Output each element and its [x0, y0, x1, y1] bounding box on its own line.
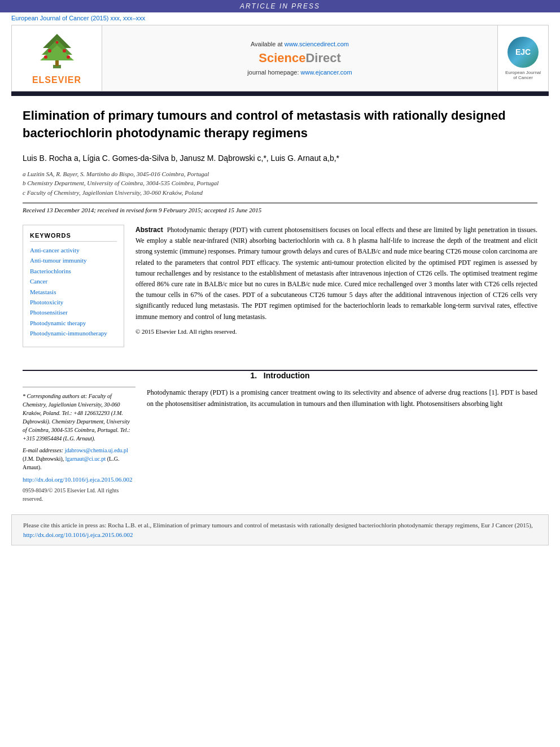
footnote-column: * Corresponding authors at: Faculty of C…: [23, 387, 135, 504]
authors-text: Luis B. Rocha a, Lígia C. Gomes-da-Silva…: [23, 154, 339, 163]
journal-title: European Journal of Cancer (2015) xxx, x…: [11, 15, 549, 21]
abstract-column: Abstract Photodynamic therapy (PDT) with…: [135, 225, 537, 347]
header-content-box: ELSEVIER Available at www.sciencedirect.…: [11, 25, 549, 91]
section-header: 1. Introduction: [23, 371, 537, 380]
email-note: E-mail addresses: jdabrows@chemia.uj.edu…: [23, 446, 135, 471]
affiliations: a Luzitin SA, R. Bayer, S. Martinho do B…: [23, 169, 537, 198]
email-label: E-mail addresses:: [23, 447, 63, 453]
keyword-9: Photodynamic-immunotherapy: [30, 329, 117, 338]
keyword-6: Phototoxicity: [30, 298, 117, 307]
email2-link[interactable]: lgarnaut@ci.uc.pt: [65, 456, 106, 462]
introduction-section: 1. Introduction * Corresponding authors …: [0, 371, 560, 504]
intro-paragraph: Photodynamic therapy (PDT) is a promisin…: [147, 387, 537, 410]
svg-point-5: [48, 49, 51, 53]
article-in-press-banner: ARTICLE IN PRESS: [0, 0, 560, 12]
black-divider-bar: [11, 91, 549, 96]
keywords-abstract-section: KEYWORDS Anti-cancer activity Anti-tumou…: [23, 225, 537, 347]
doi-link[interactable]: http://dx.doi.org/10.1016/j.ejca.2015.06…: [23, 475, 135, 484]
sciencedirect-logo: ScienceDirect: [259, 51, 341, 65]
article-content: Elimination of primary tumours and contr…: [0, 96, 560, 370]
svg-point-6: [63, 49, 66, 53]
keyword-1: Anti-cancer activity: [30, 246, 117, 255]
keyword-3: Bacteriochlorins: [30, 267, 117, 276]
section-title: Introduction: [264, 371, 310, 380]
corresponding-note-text: * Corresponding authors at: Faculty of C…: [23, 393, 130, 442]
affiliation-b: b Chemistry Department, University of Co…: [23, 178, 537, 188]
section-number: 1.: [250, 371, 257, 380]
elsevier-logo: ELSEVIER: [32, 31, 82, 85]
keywords-column: KEYWORDS Anti-cancer activity Anti-tumou…: [23, 225, 124, 347]
received-line: Received 13 December 2014; received in r…: [23, 203, 537, 213]
keyword-2: Anti-tumour immunity: [30, 256, 117, 265]
svg-point-8: [67, 55, 70, 59]
copyright-line: © 2015 Elsevier Ltd. All rights reserved…: [135, 327, 537, 337]
journal-homepage-text: journal homepage: www.ejcancer.com: [247, 69, 352, 76]
ejc-label: EJC: [515, 47, 531, 56]
elsevier-logo-section: ELSEVIER: [12, 25, 102, 91]
banner-text: ARTICLE IN PRESS: [240, 2, 320, 10]
issn-line: 0959-8049/© 2015 Elsevier Ltd. All right…: [23, 486, 135, 503]
keyword-4: Cancer: [30, 277, 117, 286]
abstract-body: Photodynamic therapy (PDT) with current …: [135, 226, 537, 321]
ejc-logo: EJC European Journalof Cancer: [505, 37, 541, 80]
available-at-text: Available at www.sciencedirect.com: [251, 41, 349, 47]
keyword-7: Photosensitiser: [30, 308, 117, 317]
keywords-title: KEYWORDS: [30, 232, 117, 242]
elsevier-text: ELSEVIER: [32, 75, 82, 85]
intro-text-column: Photodynamic therapy (PDT) is a promisin…: [147, 387, 537, 410]
citation-doi-link[interactable]: http://dx.doi.org/10.1016/j.ejca.2015.06…: [23, 531, 133, 538]
abstract-label: Abstract: [135, 226, 163, 234]
authors-line: Luis B. Rocha a, Lígia C. Gomes-da-Silva…: [23, 154, 537, 163]
sciencedirect-link[interactable]: www.sciencedirect.com: [285, 41, 349, 47]
citation-bar: Please cite this article in press as: Ro…: [11, 514, 549, 545]
ejc-subtitle: European Journalof Cancer: [505, 70, 541, 80]
ejc-circle-icon: EJC: [508, 37, 539, 68]
intro-two-col: * Corresponding authors at: Faculty of C…: [23, 387, 537, 504]
affiliation-a: a Luzitin SA, R. Bayer, S. Martinho do B…: [23, 169, 537, 179]
corresponding-note: * Corresponding authors at: Faculty of C…: [23, 392, 135, 443]
journal-header: European Journal of Cancer (2015) xxx, x…: [0, 12, 560, 25]
ejc-logo-section: EJC European Journalof Cancer: [497, 25, 548, 91]
email1-name: (J.M. Dąbrowski),: [23, 456, 64, 462]
ejcancer-link[interactable]: www.ejcancer.com: [301, 69, 352, 76]
keyword-8: Photodynamic therapy: [30, 319, 117, 327]
elsevier-tree-icon: [32, 31, 82, 71]
citation-text: Please cite this article in press as: Ro…: [23, 522, 533, 528]
article-title: Elimination of primary tumours and contr…: [23, 107, 537, 142]
header-middle-section: Available at www.sciencedirect.com Scien…: [102, 25, 497, 91]
svg-point-7: [44, 55, 47, 59]
svg-point-9: [55, 41, 58, 44]
abstract-text: Abstract Photodynamic therapy (PDT) with…: [135, 225, 537, 337]
keyword-5: Metastasis: [30, 288, 117, 296]
affiliation-c: c Faculty of Chemistry, Jagiellonian Uni…: [23, 188, 537, 198]
email1-link[interactable]: jdabrows@chemia.uj.edu.pl: [65, 447, 128, 453]
